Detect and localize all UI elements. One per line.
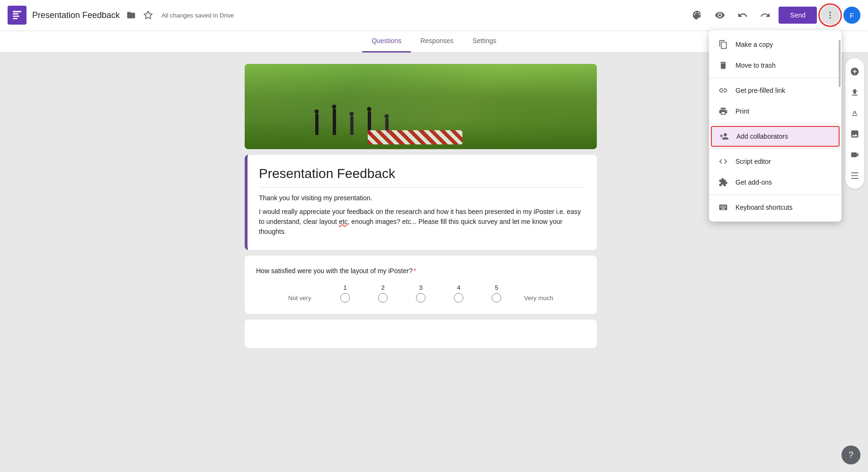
menu-divider-4	[709, 195, 841, 195]
keyboard-shortcuts-label: Keyboard shortcuts	[735, 204, 793, 211]
rating-num-1: 1	[326, 284, 364, 291]
rating-num-5: 5	[478, 284, 515, 291]
svg-rect-0	[13, 11, 21, 12]
banner-card	[245, 64, 597, 149]
picnic-blanket	[368, 130, 462, 144]
svg-marker-4	[144, 11, 152, 19]
user-avatar[interactable]: F	[843, 7, 860, 24]
preview-btn[interactable]	[710, 6, 729, 25]
right-toolbar	[841, 53, 868, 471]
question-card-1: How satisfied were you with the layout o…	[245, 256, 597, 314]
svg-point-5	[829, 12, 831, 13]
forms-logo-icon	[11, 9, 23, 21]
menu-divider-1	[709, 78, 841, 78]
addons-icon	[718, 178, 728, 187]
keyboard-icon	[718, 203, 728, 212]
toolbar-card	[845, 58, 864, 189]
app-logo	[8, 6, 27, 25]
script-editor-label: Script editor	[735, 158, 771, 165]
question-text-1: How satisfied were you with the layout o…	[256, 267, 585, 275]
radio-1[interactable]	[326, 293, 364, 303]
menu-item-make-copy[interactable]: Make a copy	[709, 34, 841, 55]
link-icon	[718, 86, 728, 95]
send-button[interactable]: Send	[779, 7, 817, 24]
redo-btn[interactable]	[756, 6, 775, 25]
form-description1: Thank you for visiting my presentation.	[259, 193, 585, 203]
menu-item-script-editor[interactable]: Script editor	[709, 151, 841, 172]
min-label: Not very	[288, 294, 326, 302]
image-icon	[850, 129, 859, 139]
dropdown-scrollbar	[839, 40, 841, 87]
add-question-btn[interactable]	[845, 62, 864, 81]
text-format-icon	[850, 108, 859, 118]
code-icon	[718, 157, 728, 166]
menu-item-keyboard-shortcuts[interactable]: Keyboard shortcuts	[709, 197, 841, 218]
menu-item-print[interactable]: Print	[709, 101, 841, 122]
undo-icon	[737, 10, 748, 20]
radio-4[interactable]	[440, 293, 478, 303]
save-status: All changes saved in Drive	[161, 12, 234, 19]
get-addons-label: Get add-ons	[735, 178, 772, 186]
print-icon	[718, 107, 728, 116]
trash-icon	[718, 61, 728, 70]
max-label: Very much	[515, 294, 553, 302]
svg-rect-2	[13, 16, 19, 17]
menu-item-add-collaborators[interactable]: Add collaborators	[711, 126, 840, 147]
tab-questions[interactable]: Questions	[362, 30, 411, 53]
import-icon	[850, 88, 859, 97]
svg-point-7	[829, 17, 831, 18]
svg-rect-3	[13, 18, 18, 19]
add-title-btn[interactable]	[845, 104, 864, 123]
video-icon	[850, 150, 859, 160]
section-icon	[850, 171, 859, 180]
print-label: Print	[735, 107, 749, 115]
etc-underline: etc	[339, 218, 348, 225]
question-card-2-stub	[245, 320, 597, 348]
palette-btn[interactable]	[688, 6, 707, 25]
title-card: Presentation Feedback Thank you for visi…	[245, 155, 597, 250]
tab-settings[interactable]: Settings	[463, 30, 506, 53]
app-header: Presentation Feedback All changes saved …	[0, 0, 868, 30]
banner-image	[245, 64, 597, 149]
prefilled-link-label: Get pre-filled link	[735, 87, 785, 94]
star-icon	[143, 10, 153, 20]
rating-numbers-row: 1 2 3 4 5	[256, 284, 585, 291]
add-video-btn[interactable]	[845, 145, 864, 164]
add-image-btn[interactable]	[845, 125, 864, 143]
eye-icon	[715, 10, 725, 20]
menu-item-get-addons[interactable]: Get add-ons	[709, 172, 841, 193]
more-options-button[interactable]	[821, 6, 840, 25]
header-right-actions: Send F	[688, 6, 860, 25]
star-icon-btn[interactable]	[141, 8, 156, 23]
required-indicator: *	[414, 267, 416, 275]
people-add-icon	[719, 132, 729, 141]
rating-radio-row: Not very Very much	[256, 293, 585, 303]
dropdown-menu: Make a copy Move to trash Get pre-filled…	[709, 30, 841, 222]
add-collaborators-label: Add collaborators	[736, 133, 788, 140]
form-description2: I would really appreciate your feedback …	[259, 207, 585, 237]
help-button[interactable]: ?	[841, 445, 860, 464]
rating-num-3: 3	[402, 284, 440, 291]
form-title: Presentation Feedback	[259, 166, 585, 181]
menu-item-move-to-trash[interactable]: Move to trash	[709, 55, 841, 76]
add-circle-icon	[850, 67, 859, 76]
move-to-trash-label: Move to trash	[735, 62, 776, 69]
copy-icon	[718, 40, 728, 49]
menu-divider-3	[709, 149, 841, 149]
tab-responses[interactable]: Responses	[411, 30, 463, 53]
radio-5[interactable]	[478, 293, 515, 303]
make-copy-label: Make a copy	[735, 41, 773, 48]
menu-item-prefilled-link[interactable]: Get pre-filled link	[709, 80, 841, 101]
folder-icon-btn[interactable]	[124, 8, 139, 23]
palette-icon	[692, 10, 702, 20]
folder-icon	[126, 10, 136, 20]
more-vert-icon	[825, 10, 835, 20]
rating-num-4: 4	[440, 284, 478, 291]
svg-point-6	[829, 14, 831, 16]
radio-2[interactable]	[364, 293, 402, 303]
import-questions-btn[interactable]	[845, 83, 864, 102]
add-section-btn[interactable]	[845, 166, 864, 185]
rating-num-2: 2	[364, 284, 402, 291]
undo-btn[interactable]	[733, 6, 752, 25]
radio-3[interactable]	[402, 293, 440, 303]
